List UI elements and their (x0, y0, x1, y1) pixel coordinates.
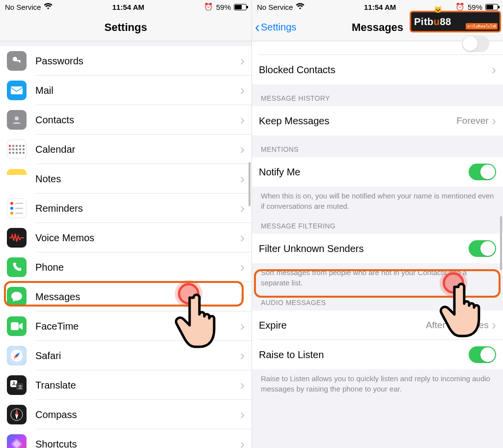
battery-pct: 59% (468, 3, 482, 11)
compass-icon (7, 405, 27, 424)
watermark-text: Pitbu88 (414, 16, 451, 28)
row-label: Translate (35, 380, 240, 391)
row-label: Reminders (35, 203, 240, 214)
section-footer-filtering: Sort messages from people who are not in… (252, 263, 503, 295)
row-passwords[interactable]: Passwords › (0, 46, 252, 76)
chevron-right-icon: › (240, 408, 252, 421)
battery-pct: 59% (216, 3, 231, 11)
settings-root-screen: No Service 11:54 AM ⏰ 59% Settings Passw… (0, 0, 252, 448)
toggle-filter-unknown[interactable] (469, 240, 496, 257)
alarm-icon: ⏰ (204, 2, 213, 11)
chevron-right-icon: › (240, 437, 252, 448)
row-label: Messages (35, 291, 240, 303)
mail-icon (7, 81, 27, 100)
svg-point-4 (15, 116, 19, 120)
row-value: Forever (456, 115, 491, 126)
messages-icon (7, 287, 27, 307)
row-label: Notify Me (259, 167, 469, 178)
battery-icon (234, 4, 247, 10)
row-label: Blocked Contacts (259, 64, 492, 76)
wifi-icon (296, 3, 305, 11)
row-blocked-contacts[interactable]: Blocked Contacts › (252, 55, 503, 84)
shortcuts-icon (7, 434, 27, 448)
chevron-right-icon: › (240, 113, 252, 127)
row-label: Compass (35, 409, 240, 420)
clock-text: 11:54 AM (364, 3, 396, 11)
notes-icon (7, 169, 27, 189)
carrier-text: No Service (5, 3, 41, 11)
row-expire[interactable]: Expire After 2 Minutes › (252, 310, 503, 340)
messages-settings-screen: No Service 11:54 AM ⏰ 59% ‹ Settings Mes… (252, 0, 503, 448)
alarm-icon: ⏰ (455, 2, 465, 11)
status-bar: No Service 11:54 AM ⏰ 59% (0, 0, 252, 14)
row-filter-unknown[interactable]: Filter Unknown Senders (252, 234, 503, 263)
back-button[interactable]: ‹ Settings (255, 14, 296, 41)
row-voice-memos[interactable]: Voice Memos › (0, 223, 252, 252)
row-label: Safari (35, 350, 240, 362)
svg-rect-3 (11, 86, 23, 94)
row-safari[interactable]: Safari › (0, 341, 252, 370)
chevron-right-icon: › (492, 114, 503, 128)
chevron-right-icon: › (240, 349, 252, 363)
row-translate[interactable]: A文 Translate › (0, 370, 252, 400)
section-header-filtering: MESSAGE FILTERING (252, 218, 503, 234)
safari-icon (7, 346, 27, 365)
row-label: Voice Memos (35, 232, 240, 244)
chevron-right-icon: › (492, 63, 503, 77)
row-messages[interactable]: Messages › (0, 282, 252, 311)
facetime-icon (7, 316, 27, 336)
screenshots-container: No Service 11:54 AM ⏰ 59% Settings Passw… (0, 0, 503, 448)
row-label: Filter Unknown Senders (259, 243, 469, 254)
chevron-right-icon: › (240, 84, 252, 97)
translate-icon: A文 (7, 375, 27, 395)
contacts-icon (7, 110, 27, 130)
row-contacts[interactable]: Contacts › (0, 105, 252, 135)
calendar-icon (7, 140, 27, 159)
navbar: Settings (0, 14, 252, 41)
svg-rect-5 (11, 322, 19, 330)
voice-memos-icon (7, 228, 27, 248)
chevron-right-icon: › (240, 231, 252, 245)
row-reminders[interactable]: Reminders › (0, 194, 252, 223)
section-header-mentions: MENTIONS (252, 136, 503, 157)
watermark-badge: 🐱 Pitbu88 ข่าวไอทีเทคโนโลยี (410, 11, 501, 32)
chevron-right-icon: › (240, 142, 252, 156)
row-calendar[interactable]: Calendar › (0, 135, 252, 164)
scrollbar[interactable] (500, 216, 502, 270)
clock-text: 11:54 AM (112, 3, 144, 11)
toggle-partial-top[interactable] (462, 35, 489, 52)
row-label: Expire (259, 320, 426, 331)
row-label: Shortcuts (35, 439, 240, 448)
svg-rect-2 (19, 60, 21, 63)
settings-list[interactable]: Passwords › Mail › Contacts › Calendar › (0, 46, 252, 448)
scrollbar[interactable] (249, 162, 251, 206)
row-facetime[interactable]: FaceTime › (0, 311, 252, 341)
wifi-icon (44, 3, 53, 11)
battery-icon (485, 4, 498, 10)
toggle-raise-listen[interactable] (469, 346, 496, 363)
toggle-notify-me[interactable] (469, 164, 496, 180)
row-raise-listen[interactable]: Raise to Listen (252, 340, 503, 369)
chevron-right-icon: › (240, 260, 252, 274)
chevron-right-icon: › (492, 318, 503, 332)
page-title: Settings (105, 21, 147, 34)
row-label: Phone (35, 262, 240, 273)
row-label: FaceTime (35, 321, 240, 332)
chevron-left-icon: ‹ (255, 20, 260, 34)
chevron-right-icon: › (240, 378, 252, 392)
row-compass[interactable]: Compass › (0, 400, 252, 429)
reminders-icon (7, 198, 27, 218)
row-mail[interactable]: Mail › (0, 76, 252, 105)
svg-text:A: A (12, 381, 16, 387)
row-phone[interactable]: Phone › (0, 252, 252, 282)
row-notify-me[interactable]: Notify Me (252, 157, 503, 187)
row-notes[interactable]: Notes › (0, 164, 252, 194)
row-label: Mail (35, 85, 240, 96)
row-shortcuts[interactable]: Shortcuts › (0, 429, 252, 448)
row-keep-messages[interactable]: Keep Messages Forever › (252, 106, 503, 136)
row-value: After 2 Minutes (426, 320, 492, 331)
row-label: Contacts (35, 114, 240, 126)
row-label: Calendar (35, 144, 240, 155)
carrier-text: No Service (257, 3, 293, 11)
back-label: Settings (261, 22, 296, 33)
